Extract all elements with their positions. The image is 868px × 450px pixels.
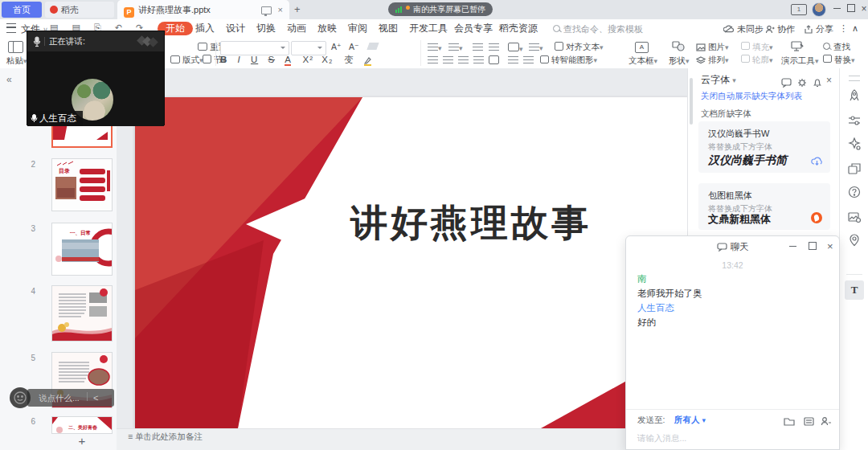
tab-animation[interactable]: 动画	[287, 22, 306, 35]
slide-thumbnail-6[interactable]: 二、美好青春	[51, 416, 113, 434]
shrink-font-button[interactable]: A⁻	[349, 42, 359, 51]
layout-button[interactable]: 版式▾	[170, 55, 203, 66]
slide-thumbnail-4[interactable]	[51, 285, 113, 342]
close-button[interactable]: ×	[858, 3, 868, 14]
share-button[interactable]: 分享	[804, 23, 833, 35]
paste-icon[interactable]	[8, 41, 23, 55]
collapse-quick-chat-icon[interactable]: <	[93, 389, 98, 407]
number-list-icon[interactable]: ▾	[448, 43, 463, 52]
font-card[interactable]: 包图粗黑体 将替换成下方字体 文鼎新粗黑体	[698, 183, 830, 230]
find-button[interactable]: 查找	[823, 42, 850, 53]
tab-slideshow[interactable]: 放映	[317, 22, 337, 35]
gear-icon[interactable]	[797, 75, 807, 89]
tab-transition[interactable]: 切换	[256, 22, 276, 35]
tab-design[interactable]: 设计	[226, 22, 245, 35]
paste-button[interactable]: 粘贴▾	[6, 55, 27, 67]
text-effect-button[interactable]: 变	[345, 55, 355, 64]
command-search[interactable]: 查找命令、搜索模板	[553, 23, 643, 35]
tab-devtools[interactable]: 开发工具	[409, 22, 448, 35]
text-tool-tab[interactable]: T	[845, 280, 864, 300]
docer-rocket-icon[interactable]	[848, 89, 861, 102]
help-icon[interactable]	[848, 186, 861, 198]
slide-title-text[interactable]: 讲好燕理故事	[350, 198, 592, 248]
present-monitor-icon[interactable]	[261, 6, 272, 14]
more-menu-icon[interactable]: ⋮	[839, 23, 848, 34]
subscript-button[interactable]: X₂	[321, 55, 333, 64]
textbox-icon[interactable]: A	[635, 41, 649, 53]
add-slide-button[interactable]: +	[51, 434, 113, 448]
highlight-button[interactable]	[364, 55, 371, 66]
tab-member[interactable]: 会员专享	[454, 22, 493, 35]
slide-canvas[interactable]: 讲好燕理故事	[135, 97, 689, 428]
align-text-button[interactable]: 对齐文本▾	[555, 42, 603, 53]
text-direction-icon[interactable]: ▾	[508, 43, 523, 53]
strike-button[interactable]: S	[268, 55, 275, 64]
notes-bar[interactable]: ≡ 单击此处添加备注	[117, 428, 687, 450]
distribute-icon[interactable]	[489, 55, 499, 66]
align-left-icon[interactable]	[428, 55, 438, 65]
grow-font-button[interactable]: A⁺	[331, 42, 342, 51]
tab-close-icon[interactable]: ×	[278, 0, 283, 19]
tab-insert[interactable]: 插入	[195, 22, 215, 35]
workspace-switch-icon[interactable]: 1	[791, 4, 807, 15]
tab-review[interactable]: 审阅	[348, 22, 367, 35]
textbox-button[interactable]: 文本框▾	[628, 55, 657, 67]
slide-thumbnail-2[interactable]: 目录	[51, 158, 113, 211]
auto-show-link[interactable]: 关闭自动展示缺失字体列表	[701, 91, 802, 102]
shapes-icon[interactable]	[672, 41, 685, 51]
file-send-icon[interactable]	[784, 413, 795, 428]
shapes-button[interactable]: 形状▾	[669, 55, 690, 67]
sync-status[interactable]: 未同步	[723, 23, 764, 35]
image-settings-icon[interactable]	[848, 210, 861, 223]
tab-home[interactable]: 首页	[2, 2, 42, 18]
collapse-ribbon-icon[interactable]: ∧	[852, 23, 858, 34]
screen-share-status-pill[interactable]: 南的共享屏幕已暂停	[388, 2, 493, 16]
italic-button[interactable]: I	[238, 55, 241, 64]
para-spacing2-icon[interactable]	[523, 55, 534, 65]
decrease-indent-icon[interactable]	[473, 43, 483, 52]
bold-button[interactable]: B	[220, 55, 227, 64]
align-center-icon[interactable]	[443, 55, 453, 65]
properties-sliders-icon[interactable]	[848, 113, 861, 126]
tab-view[interactable]: 视图	[379, 22, 398, 35]
close-panel-icon[interactable]: ×	[826, 75, 832, 86]
chat-minimize-icon[interactable]	[789, 242, 796, 252]
justify-icon[interactable]	[473, 55, 484, 65]
panel-scrollbar[interactable]	[690, 78, 693, 125]
font-color-button[interactable]: A	[285, 55, 291, 66]
align-right-icon[interactable]	[458, 55, 469, 65]
member-list-icon[interactable]	[821, 413, 832, 428]
effects-star-icon[interactable]	[848, 137, 861, 150]
bell-icon[interactable]	[813, 75, 822, 89]
new-tab-button[interactable]: +	[294, 3, 301, 15]
collapse-panel-icon[interactable]: «	[6, 74, 12, 85]
windows-stack-icon[interactable]	[848, 162, 861, 174]
download-cloud-icon[interactable]	[811, 155, 823, 170]
clear-format-icon[interactable]	[366, 43, 379, 50]
present-tools-icon[interactable]	[791, 41, 804, 51]
outline-button[interactable]: 轮廓▾	[741, 55, 772, 66]
location-price-icon[interactable]	[848, 234, 861, 247]
tab-docer-res[interactable]: 稻壳资源	[499, 22, 538, 35]
line-spacing-icon[interactable]: ▾	[529, 43, 543, 52]
collaborate-button[interactable]: 协作	[765, 23, 795, 35]
present-tools-button[interactable]: 演示工具▾	[781, 55, 819, 67]
smart-graphic-button[interactable]: 转智能图形▾	[540, 55, 597, 66]
drag-handle-icon[interactable]	[849, 76, 860, 81]
tab-document[interactable]: P讲好燕理故事.pptx ×	[117, 0, 289, 19]
underline-button[interactable]: U	[251, 55, 258, 64]
restore-button[interactable]	[845, 3, 857, 14]
tab-docer[interactable]: 稻壳	[45, 2, 114, 18]
fill-button[interactable]: 填充▾	[741, 42, 772, 53]
quick-chat-input[interactable]: 说点什么...	[27, 389, 114, 407]
increase-indent-icon[interactable]	[489, 43, 499, 52]
feedback-icon[interactable]	[781, 75, 792, 89]
chat-header[interactable]: 聊天	[626, 236, 839, 257]
slide-thumbnail-3[interactable]: 一、日常	[51, 223, 113, 276]
para-spacing-icon[interactable]	[508, 55, 518, 65]
account-avatar[interactable]	[812, 2, 826, 17]
replace-button[interactable]: 替换▾	[823, 55, 854, 66]
hamburger-icon[interactable]	[6, 23, 16, 33]
superscript-button[interactable]: X²	[303, 55, 314, 64]
screenshot-icon[interactable]	[804, 413, 814, 428]
